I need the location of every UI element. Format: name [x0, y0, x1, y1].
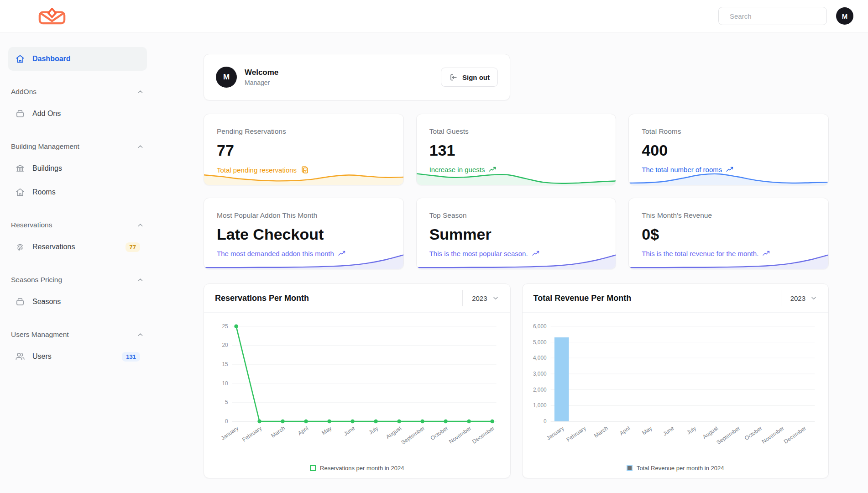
- chevron-up-icon: [136, 276, 144, 284]
- chart-legend: Reservations per month in 2024: [204, 464, 510, 478]
- sidebar-item-users[interactable]: Users131: [8, 345, 147, 368]
- sidebar-item-label: Buildings: [32, 164, 62, 173]
- sparkline: [204, 248, 404, 269]
- sidebar-item-dashboard[interactable]: Dashboard: [8, 47, 147, 71]
- svg-text:October: October: [743, 425, 763, 441]
- svg-text:January: January: [545, 425, 565, 441]
- sidebar: Dashboard AddOnsAdd OnsBuilding Manageme…: [0, 32, 155, 493]
- count-badge: 77: [125, 242, 140, 252]
- sidebar-item-label: Users: [32, 352, 52, 361]
- svg-text:January: January: [220, 425, 240, 441]
- sidebar-section-header-addons[interactable]: AddOns: [8, 88, 147, 96]
- stat-card-value: 0$: [642, 226, 816, 243]
- sidebar-item-label: Rooms: [32, 188, 56, 196]
- revenue-bar-chart: 01,0002,0003,0004,0005,0006,000JanuaryFe…: [530, 319, 820, 456]
- sign-out-button[interactable]: Sign out: [441, 68, 498, 87]
- search-box: [718, 7, 827, 25]
- svg-text:5: 5: [225, 399, 228, 405]
- svg-text:0: 0: [544, 418, 547, 425]
- svg-text:15: 15: [222, 361, 228, 367]
- svg-text:February: February: [565, 425, 587, 443]
- stat-card-title: Pending Reservations: [217, 127, 391, 136]
- sidebar-section-header-building-management[interactable]: Building Management: [8, 142, 147, 151]
- main-content: Dashboard M Welcome Manager Sign out Pen…: [204, 0, 829, 493]
- sidebar-section-building-management: Building ManagementBuildingsRooms: [8, 142, 147, 204]
- reservations-chart-card: Reservations Per Month 2023 0510152025Ja…: [204, 283, 511, 478]
- svg-text:December: December: [471, 425, 496, 445]
- svg-text:April: April: [618, 425, 631, 436]
- stat-card-value: 131: [429, 142, 603, 159]
- fingerprint-icon: [15, 242, 25, 252]
- stat-card-value: 77: [217, 142, 391, 159]
- stat-card-title: This Month's Revenue: [642, 211, 816, 220]
- stat-card-value: 400: [642, 142, 816, 159]
- sidebar-section-header-reservations[interactable]: Reservations: [8, 221, 147, 229]
- header-actions: M: [718, 7, 853, 25]
- svg-text:April: April: [297, 425, 309, 436]
- svg-text:May: May: [320, 425, 333, 436]
- sidebar-section-addons: AddOnsAdd Ons: [8, 88, 147, 126]
- svg-text:5,000: 5,000: [533, 339, 546, 346]
- user-avatar[interactable]: M: [836, 7, 853, 25]
- svg-text:1,000: 1,000: [533, 402, 546, 409]
- sidebar-item-rooms[interactable]: Rooms: [8, 180, 147, 204]
- svg-text:May: May: [641, 425, 654, 436]
- svg-text:July: July: [367, 425, 380, 435]
- svg-text:September: September: [715, 425, 741, 446]
- svg-text:November: November: [448, 425, 472, 445]
- app-logo-icon: [38, 7, 66, 25]
- section-label: Building Management: [11, 142, 79, 151]
- svg-text:August: August: [701, 425, 720, 441]
- sidebar-section-seasons-pricing: Seasons PricingSeasons: [8, 276, 147, 314]
- svg-text:2,000: 2,000: [533, 387, 546, 393]
- logout-icon: [449, 73, 458, 82]
- chevron-down-icon: [810, 294, 817, 302]
- sign-out-label: Sign out: [462, 73, 490, 81]
- sidebar-item-add-ons[interactable]: Add Ons: [8, 102, 147, 126]
- legend-label: Total Revenue per month in 2024: [637, 465, 724, 472]
- stat-card-title: Total Rooms: [642, 127, 816, 136]
- svg-text:March: March: [593, 425, 609, 439]
- section-label: Users Managment: [11, 330, 69, 339]
- search-input[interactable]: [729, 12, 821, 21]
- sparkline: [628, 164, 829, 185]
- svg-text:June: June: [343, 425, 356, 437]
- stat-card-title: Total Guests: [429, 127, 603, 136]
- svg-text:February: February: [241, 425, 263, 443]
- stat-card-this-month-s-revenue: This Month's Revenue0$This is the total …: [628, 198, 829, 269]
- legend-marker: [627, 465, 633, 471]
- welcome-subtitle: Manager: [245, 79, 278, 86]
- svg-text:10: 10: [222, 380, 228, 387]
- home-icon: [15, 187, 25, 197]
- section-label: Reservations: [11, 221, 52, 229]
- svg-text:November: November: [760, 425, 785, 445]
- sidebar-section-users-managment: Users ManagmentUsers131: [8, 330, 147, 368]
- svg-text:20: 20: [222, 342, 228, 348]
- avatar: M: [216, 67, 237, 88]
- year-selector[interactable]: 2023: [462, 290, 499, 306]
- svg-text:0: 0: [225, 418, 228, 425]
- app-logo[interactable]: [38, 7, 66, 25]
- sparkline: [416, 248, 617, 269]
- svg-text:August: August: [385, 425, 403, 441]
- chart-title: Total Revenue Per Month: [533, 294, 632, 303]
- sidebar-item-label: Dashboard: [32, 55, 71, 63]
- section-label: AddOns: [11, 88, 37, 96]
- sidebar-section-header-seasons-pricing[interactable]: Seasons Pricing: [8, 276, 147, 284]
- sidebar-item-label: Reservations: [32, 243, 75, 251]
- chevron-up-icon: [136, 221, 144, 229]
- svg-text:September: September: [400, 425, 426, 446]
- sidebar-item-buildings[interactable]: Buildings: [8, 157, 147, 180]
- bank-icon: [15, 163, 25, 173]
- year-selector[interactable]: 2023: [781, 290, 817, 306]
- sparkline: [204, 164, 404, 185]
- stat-card-value: Summer: [429, 226, 603, 243]
- reservations-line-chart: 0510152025JanuaryFebruaryMarchAprilMayJu…: [211, 319, 501, 456]
- chevron-up-icon: [136, 143, 144, 151]
- welcome-title: Welcome: [245, 68, 278, 77]
- sidebar-section-header-users-managment[interactable]: Users Managment: [8, 330, 147, 339]
- sidebar-item-seasons[interactable]: Seasons: [8, 290, 147, 314]
- sidebar-item-reservations[interactable]: Reservations77: [8, 235, 147, 259]
- legend-label: Reservations per month in 2024: [320, 465, 404, 472]
- chart-legend: Total Revenue per month in 2024: [523, 464, 829, 478]
